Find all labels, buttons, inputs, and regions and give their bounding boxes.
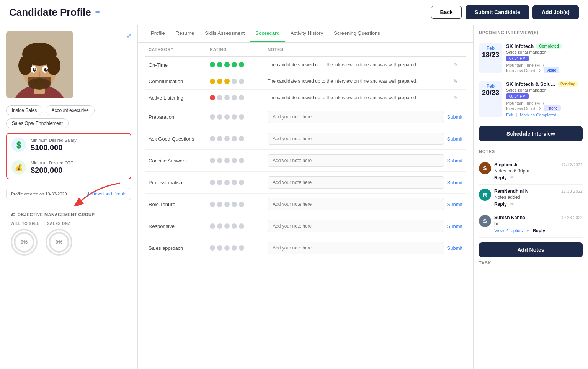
tab-profile[interactable]: Profile bbox=[145, 25, 170, 42]
reply-button-2[interactable]: Reply bbox=[494, 202, 507, 207]
dot bbox=[210, 223, 215, 229]
add-job-button[interactable]: Add Job(s) bbox=[532, 5, 579, 19]
submit-note-button[interactable]: Submit bbox=[447, 245, 462, 251]
dot bbox=[239, 79, 244, 84]
dot bbox=[210, 245, 215, 251]
dot bbox=[232, 223, 237, 229]
edit-interview-link[interactable]: Edit bbox=[506, 113, 513, 117]
badge-completed: Completed bbox=[536, 43, 562, 49]
submit-note-button[interactable]: Submit bbox=[447, 202, 462, 207]
note-input-sales-approach: Submit bbox=[265, 237, 466, 259]
category-communication: Communication bbox=[145, 73, 207, 90]
svg-point-5 bbox=[18, 56, 32, 75]
edit-note-icon[interactable]: ✎ bbox=[453, 62, 458, 68]
metric-circle-svg: 0% bbox=[12, 229, 36, 256]
submit-note-button[interactable]: Submit bbox=[447, 180, 462, 185]
dot bbox=[232, 62, 237, 67]
interview-count-meta-1: Interview Count : 2 Video bbox=[506, 67, 583, 73]
note-footer-1: Reply 👁 bbox=[494, 175, 583, 180]
avatar-ram: R bbox=[479, 189, 491, 201]
salary-label-ote: Minimum Desired OTE bbox=[31, 161, 73, 165]
tab-activity-history[interactable]: Activity History bbox=[285, 25, 328, 42]
tab-skills-assessment[interactable]: Skills Assessment bbox=[199, 25, 250, 42]
submit-note-button[interactable]: Submit bbox=[447, 223, 462, 229]
reply-button-3[interactable]: Reply bbox=[532, 228, 545, 233]
edit-icon[interactable]: ✏ bbox=[95, 8, 101, 16]
salary-section: 💲 Minimum Desired Salary $100,000 💰 Mini… bbox=[6, 133, 131, 179]
reply-button-1[interactable]: Reply bbox=[494, 175, 507, 180]
note-text-input[interactable] bbox=[268, 198, 444, 210]
dot bbox=[217, 79, 222, 84]
submit-note-button[interactable]: Submit bbox=[447, 136, 462, 142]
table-row: Role Tenure bbox=[145, 194, 466, 215]
dot bbox=[239, 95, 244, 100]
note-footer-3: View 2 replies ▼ Reply bbox=[494, 228, 583, 233]
note-text-input[interactable] bbox=[268, 133, 444, 145]
schedule-interview-button[interactable]: Schedule Interview bbox=[479, 126, 583, 141]
dot bbox=[239, 180, 244, 185]
dot bbox=[232, 245, 237, 251]
dot bbox=[224, 62, 230, 67]
note-input-professionalism: Submit bbox=[265, 172, 466, 194]
note-text-input[interactable] bbox=[268, 242, 444, 254]
tab-scorecard[interactable]: Scorecard bbox=[250, 25, 285, 42]
note-text-input[interactable] bbox=[268, 176, 444, 189]
dot bbox=[232, 114, 237, 120]
left-panel: ⤢ Inside Sales Account executive Sales O… bbox=[0, 25, 138, 369]
dot bbox=[239, 158, 244, 163]
svg-point-6 bbox=[47, 56, 60, 75]
dot bbox=[224, 245, 230, 251]
add-notes-button[interactable]: Add Notes bbox=[479, 242, 583, 257]
interview-actions-2: Edit | Mark as Completed bbox=[506, 113, 583, 117]
tags-container: Inside Sales Account executive Sales Ops… bbox=[6, 105, 131, 128]
dot bbox=[210, 158, 215, 163]
table-row: Sales approach bbox=[145, 237, 466, 259]
submit-candidate-button[interactable]: Submit Candidate bbox=[466, 5, 529, 19]
edit-note-icon[interactable]: ✎ bbox=[453, 95, 458, 101]
tab-resume[interactable]: Resume bbox=[170, 25, 199, 42]
note-text-input[interactable] bbox=[268, 154, 444, 167]
submit-note-button[interactable]: Submit bbox=[447, 114, 462, 120]
dot bbox=[232, 136, 237, 141]
rating-responsive bbox=[207, 215, 265, 237]
rating-on-time bbox=[207, 57, 265, 73]
mark-completed-link[interactable]: Mark as Completed bbox=[520, 113, 556, 117]
view-replies-link[interactable]: View 2 replies bbox=[494, 228, 523, 233]
dot bbox=[217, 223, 222, 229]
table-row: Ask Good Questions bbox=[145, 128, 466, 150]
category-role-tenure: Role Tenure bbox=[145, 194, 207, 215]
interview-timezone-2: Mountain Time (MT) bbox=[506, 101, 544, 105]
download-profile-button[interactable]: ⬇ Download Profile bbox=[87, 191, 126, 197]
dot bbox=[239, 62, 244, 67]
note-input-concise-answers: Submit bbox=[265, 150, 466, 172]
svg-point-17 bbox=[49, 233, 69, 252]
task-section-title: TASK bbox=[479, 261, 583, 265]
table-row: Responsive bbox=[145, 215, 466, 237]
profile-footer: Profile created on 10-33-2020 ⬇ Download… bbox=[6, 188, 131, 200]
svg-text:0%: 0% bbox=[56, 239, 62, 245]
edit-note-icon[interactable]: ✎ bbox=[453, 78, 458, 84]
interviews-section-title: UPCOMING INTERVIEW(S) bbox=[479, 30, 583, 35]
category-responsive: Responsive bbox=[145, 215, 207, 237]
submit-note-button[interactable]: Submit bbox=[447, 158, 462, 164]
salary-item-base: 💲 Minimum Desired Salary $100,000 bbox=[7, 134, 131, 156]
dot bbox=[217, 114, 222, 120]
note-text-input[interactable] bbox=[268, 111, 444, 123]
page-title: Candidate Profile bbox=[9, 7, 91, 18]
note-input-ask-questions: Submit bbox=[265, 128, 466, 150]
tab-screening-questions[interactable]: Screening Questions bbox=[328, 25, 385, 42]
col-notes: NOTES bbox=[265, 43, 450, 57]
photo-expand-icon[interactable]: ⤢ bbox=[127, 33, 131, 39]
note-text-input[interactable] bbox=[268, 220, 444, 232]
svg-point-15 bbox=[15, 233, 34, 252]
interview-meta-1: Mountain Time (MT) bbox=[506, 63, 583, 67]
dot bbox=[239, 245, 244, 251]
rating-preparation bbox=[207, 106, 265, 128]
table-row: Professionalism bbox=[145, 172, 466, 194]
interview-company-2: SK infotech & Solu... Pending bbox=[506, 81, 583, 87]
dot bbox=[224, 95, 230, 100]
back-button[interactable]: Back bbox=[431, 6, 461, 19]
note-entry-3: S Suresh Kanna 10-26-2022 hi View 2 repl… bbox=[479, 211, 583, 238]
note-entry-1: S Stephen Jr 12-12-2022 Notes on 6:30pm … bbox=[479, 158, 583, 185]
note-communication: The candidate showed up to the interview… bbox=[265, 73, 450, 90]
